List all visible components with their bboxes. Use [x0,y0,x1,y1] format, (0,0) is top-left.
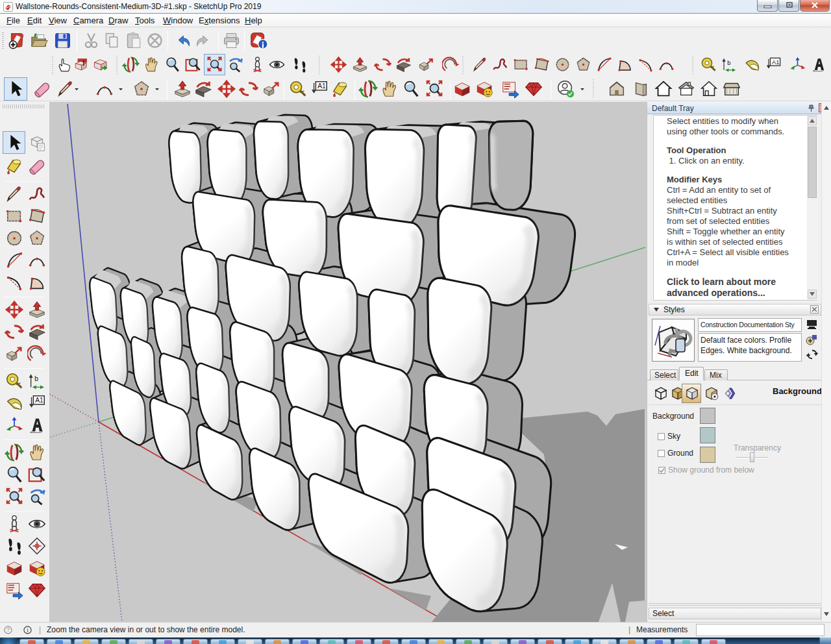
svg-text:?: ? [6,626,10,633]
svg-text:i: i [27,627,28,634]
